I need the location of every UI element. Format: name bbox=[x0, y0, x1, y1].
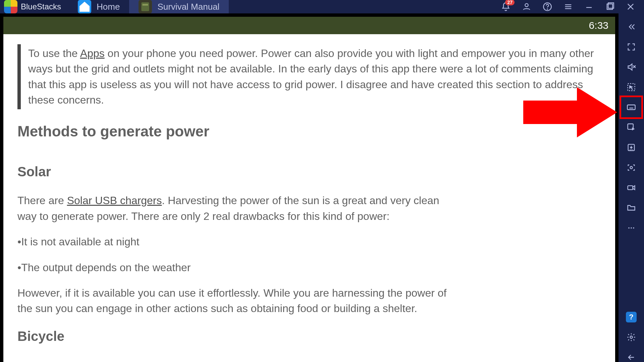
tab-home-label: Home bbox=[97, 2, 120, 12]
titlebar: BlueStacks Home Survival Manual 27 bbox=[0, 0, 644, 13]
svg-marker-31 bbox=[523, 87, 617, 137]
tab-survival-manual[interactable]: Survival Manual bbox=[129, 0, 229, 13]
intro-text-2: on your phone you need power. Power can … bbox=[28, 47, 594, 106]
maximize-button[interactable] bbox=[604, 1, 615, 12]
help-button[interactable] bbox=[542, 1, 553, 12]
svg-point-30 bbox=[630, 336, 633, 338]
account-button[interactable] bbox=[521, 1, 532, 12]
record-video-button[interactable] bbox=[622, 178, 641, 197]
screenshot-button[interactable] bbox=[622, 158, 641, 177]
bullet-night: •It is not available at night bbox=[17, 234, 601, 249]
volume-mute-button[interactable] bbox=[622, 58, 641, 76]
section-heading: Methods to generate power bbox=[17, 121, 601, 142]
titlebar-actions: 27 bbox=[500, 1, 641, 12]
apps-link[interactable]: Apps bbox=[80, 47, 105, 59]
fullscreen-button[interactable] bbox=[622, 38, 641, 56]
solar-heading: Solar bbox=[17, 162, 601, 181]
tab-home[interactable]: Home bbox=[68, 0, 129, 13]
intro-text-1: To use the bbox=[28, 47, 80, 59]
svg-point-29 bbox=[633, 227, 634, 229]
svg-point-4 bbox=[547, 9, 547, 9]
app-screen: 6:33 To use the Apps on your phone you n… bbox=[3, 17, 615, 362]
svg-point-27 bbox=[628, 227, 630, 229]
side-toolbar: APK ? bbox=[619, 13, 644, 362]
solar-paragraph-2: However, if it is available you can use … bbox=[17, 285, 453, 316]
intro-quote: To use the Apps on your phone you need p… bbox=[17, 44, 601, 109]
svg-point-28 bbox=[631, 227, 632, 229]
svg-rect-1 bbox=[143, 4, 148, 6]
svg-rect-0 bbox=[142, 2, 149, 11]
survival-app-icon bbox=[139, 0, 152, 13]
tab-strip: Home Survival Manual bbox=[68, 0, 229, 13]
bluestacks-logo-icon bbox=[4, 0, 17, 13]
svg-text:APK: APK bbox=[629, 149, 633, 151]
tab-survival-label: Survival Manual bbox=[157, 2, 219, 12]
svg-point-25 bbox=[630, 167, 633, 169]
help-icon: ? bbox=[626, 312, 637, 322]
home-icon bbox=[78, 0, 91, 13]
svg-point-2 bbox=[525, 4, 528, 7]
solar-p1-before: There are bbox=[17, 194, 67, 206]
bullet-weather: •The output depends on the weather bbox=[17, 260, 601, 275]
help-center-button[interactable]: ? bbox=[622, 308, 641, 326]
more-button[interactable] bbox=[622, 219, 641, 237]
brand-label: BlueStacks bbox=[21, 2, 61, 11]
back-button[interactable] bbox=[622, 348, 641, 362]
minimize-button[interactable] bbox=[584, 1, 594, 12]
solar-paragraph-1: There are Solar USB chargers. Harvesting… bbox=[17, 193, 453, 224]
article-content[interactable]: To use the Apps on your phone you need p… bbox=[3, 34, 615, 362]
menu-button[interactable] bbox=[563, 1, 574, 12]
collapse-sidebar-button[interactable] bbox=[622, 17, 641, 36]
media-folder-button[interactable] bbox=[622, 198, 641, 217]
close-button[interactable] bbox=[625, 1, 636, 12]
solar-chargers-link[interactable]: Solar USB chargers bbox=[67, 194, 162, 206]
annotation-arrow-icon bbox=[523, 84, 627, 142]
clock-label: 6:33 bbox=[589, 20, 608, 31]
emulator-viewport: 6:33 To use the Apps on your phone you n… bbox=[0, 13, 619, 362]
notification-badge: 27 bbox=[505, 0, 515, 5]
svg-rect-26 bbox=[628, 186, 633, 190]
bicycle-heading: Bicycle bbox=[17, 326, 601, 346]
android-status-bar: 6:33 bbox=[3, 17, 615, 34]
settings-button[interactable] bbox=[622, 328, 641, 347]
notifications-button[interactable]: 27 bbox=[500, 1, 511, 12]
